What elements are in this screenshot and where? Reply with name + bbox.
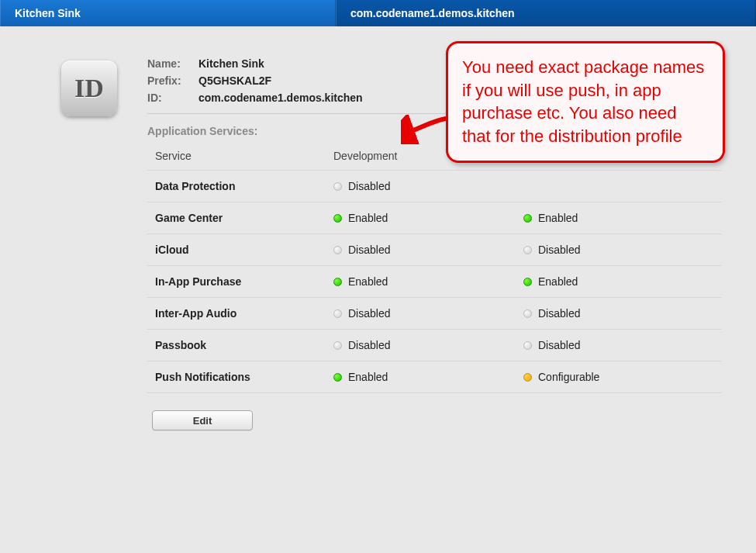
status-text: Disabled xyxy=(348,244,390,256)
status-dot-icon xyxy=(333,373,342,382)
service-dist-status: Disabled xyxy=(523,339,713,351)
service-dev-status: Enabled xyxy=(333,371,523,383)
annotation-callout: You need exact package names if you will… xyxy=(446,41,725,163)
tab-label: com.codename1.demos.kitchen xyxy=(350,7,515,19)
services-table: Service Development Data ProtectionDisab… xyxy=(147,145,721,393)
service-dist-status: Disabled xyxy=(523,307,713,320)
status-text: Enabled xyxy=(348,275,388,288)
id-value: com.codename1.demos.kitchen xyxy=(198,92,363,104)
table-row: In-App PurchaseEnabledEnabled xyxy=(147,266,721,298)
tab-package-id[interactable]: com.codename1.demos.kitchen xyxy=(336,0,756,26)
status-dot-icon xyxy=(333,341,342,350)
status-text: Disabled xyxy=(348,307,390,320)
service-dev-status: Enabled xyxy=(333,212,523,224)
status-text: Disabled xyxy=(538,339,580,351)
status-text: Disabled xyxy=(348,339,390,351)
service-name: Passbook xyxy=(155,339,333,351)
status-text: Disabled xyxy=(538,244,580,256)
service-dist-status: Enabled xyxy=(523,275,713,288)
app-id-icon-text: ID xyxy=(74,74,104,103)
service-dev-status: Disabled xyxy=(333,307,523,320)
name-value: Kitchen Sink xyxy=(198,57,264,70)
col-service: Service xyxy=(155,150,333,162)
icon-column: ID xyxy=(31,57,147,430)
service-name: In-App Purchase xyxy=(155,275,333,288)
service-dev-status: Disabled xyxy=(333,244,523,256)
status-dot-icon xyxy=(523,309,532,318)
status-dot-icon xyxy=(523,341,532,350)
status-text: Enabled xyxy=(538,275,578,288)
table-row: Game CenterEnabledEnabled xyxy=(147,202,721,234)
edit-button-label: Edit xyxy=(193,415,212,427)
tab-bar: Kitchen Sink com.codename1.demos.kitchen xyxy=(0,0,756,26)
service-dev-status: Disabled xyxy=(333,180,523,192)
annotation-text: You need exact package names if you will… xyxy=(462,57,704,146)
status-dot-icon xyxy=(523,246,532,254)
service-dist-status: Enabled xyxy=(523,212,713,224)
status-dot-icon xyxy=(333,278,342,286)
status-text: Disabled xyxy=(538,307,580,320)
tab-kitchen-sink[interactable]: Kitchen Sink xyxy=(0,0,336,26)
name-label: Name: xyxy=(147,57,198,70)
status-dot-icon xyxy=(523,373,532,382)
tab-label: Kitchen Sink xyxy=(15,7,81,19)
service-name: Push Notifications xyxy=(155,371,333,383)
service-dev-status: Enabled xyxy=(333,275,523,288)
service-dist-status: Configurable xyxy=(523,371,713,383)
app-id-icon: ID xyxy=(61,60,117,116)
status-dot-icon xyxy=(333,246,342,254)
status-text: Enabled xyxy=(348,371,388,383)
prefix-label: Prefix: xyxy=(147,74,198,87)
service-dev-status: Disabled xyxy=(333,339,523,351)
service-name: Game Center xyxy=(155,212,333,224)
edit-row: Edit xyxy=(147,410,721,430)
status-dot-icon xyxy=(333,309,342,318)
status-text: Configurable xyxy=(538,371,599,383)
table-row: Push NotificationsEnabledConfigurable xyxy=(147,361,721,393)
id-label: ID: xyxy=(147,92,198,104)
status-dot-icon xyxy=(523,214,532,223)
status-text: Enabled xyxy=(538,212,578,224)
table-row: iCloudDisabledDisabled xyxy=(147,234,721,266)
table-row: Inter-App AudioDisabledDisabled xyxy=(147,298,721,330)
table-row: PassbookDisabledDisabled xyxy=(147,330,721,361)
service-name: iCloud xyxy=(155,244,333,256)
status-dot-icon xyxy=(523,278,532,286)
status-dot-icon xyxy=(333,214,342,223)
service-dist-status: Disabled xyxy=(523,244,713,256)
prefix-value: Q5GHSKAL2F xyxy=(198,74,271,87)
status-dot-icon xyxy=(333,182,342,191)
table-row: Data ProtectionDisabled xyxy=(147,171,721,202)
status-text: Enabled xyxy=(348,212,388,224)
status-text: Disabled xyxy=(348,180,390,192)
edit-button[interactable]: Edit xyxy=(152,410,253,430)
service-name: Inter-App Audio xyxy=(155,307,333,320)
service-name: Data Protection xyxy=(155,180,333,192)
